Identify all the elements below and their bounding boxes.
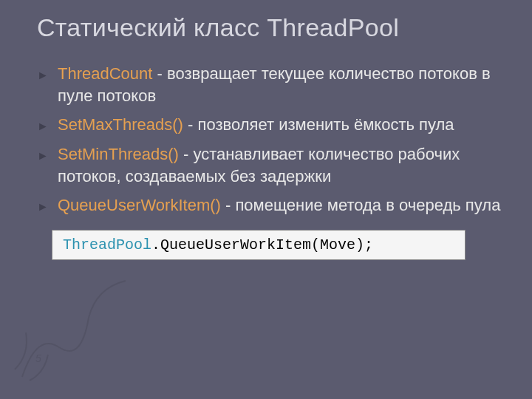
bullet-marker-icon: ► [37,67,49,83]
list-item: ► ThreadCount - возвращает текущее колич… [37,63,502,106]
term: SetMinThreads() [58,145,183,163]
bullet-marker-icon: ► [37,148,49,164]
code-rest: .QueueUserWorkItem(Move); [151,236,373,253]
svg-text:5: 5 [35,352,41,364]
code-class-name: ThreadPool [63,236,151,253]
slide-container: Статический класс ThreadPool ► ThreadCou… [0,0,532,290]
desc: помещение метода в очередь пула [235,196,500,214]
desc: позволяет изменить ёмкость пула [198,115,454,134]
term: SetMaxThreads() [58,115,188,134]
bullet-marker-icon: ► [37,118,49,134]
list-item: ► SetMinThreads() - устанавливает количе… [37,143,502,187]
term: QueueUserWorkItem() [58,196,225,214]
sep: - [188,115,197,134]
sep: - [183,145,193,163]
code-sample: ThreadPool.QueueUserWorkItem(Move); [52,230,466,260]
list-item: ► SetMaxThreads() - позволяет изменить ё… [37,114,502,136]
bullet-list: ► ThreadCount - возвращает текущее колич… [37,63,502,216]
term: ThreadCount [58,64,152,83]
slide-title: Статический класс ThreadPool [37,13,502,42]
list-item: ► QueueUserWorkItem() - помещение метода… [37,194,502,216]
bullet-marker-icon: ► [37,199,49,215]
sep: - [152,64,167,83]
sep: - [225,196,235,214]
